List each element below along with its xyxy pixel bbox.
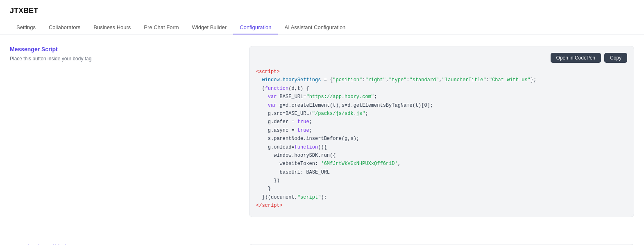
divider-1 (10, 232, 634, 232)
messenger-script-left: Messenger Script Place this button insid… (10, 46, 239, 62)
tab-business-hours[interactable]: Business Hours (87, 21, 137, 34)
user-identity-section: User Identity Validation With this key y… (10, 244, 634, 245)
app-title: JTXBET (10, 7, 634, 15)
messenger-script-right: Open in CodePen Copy <script> window.hoo… (249, 46, 634, 217)
messenger-script-section: Messenger Script Place this button insid… (10, 46, 634, 217)
tab-settings[interactable]: Settings (10, 21, 42, 34)
tab-ai-assistant[interactable]: AI Assistant Configuration (278, 21, 352, 34)
code-block-header: Open in CodePen Copy (256, 53, 627, 63)
code-content: <script> window.hoorySettings = {"positi… (256, 68, 627, 210)
open-codepen-button[interactable]: Open in CodePen (551, 53, 601, 63)
messenger-script-desc: Place this button inside your body tag (10, 55, 239, 62)
tab-pre-chat-form[interactable]: Pre Chat Form (137, 21, 185, 34)
token-field-row: Copy (249, 244, 634, 245)
user-identity-title: User Identity Validation (10, 244, 239, 245)
tab-configuration[interactable]: Configuration (233, 21, 278, 34)
main-content: Messenger Script Place this button insid… (0, 34, 644, 245)
app-header: JTXBET Settings Collaborators Business H… (0, 0, 644, 34)
user-identity-right: Copy (249, 244, 634, 245)
nav-tabs: Settings Collaborators Business Hours Pr… (10, 21, 634, 34)
tab-collaborators[interactable]: Collaborators (42, 21, 87, 34)
tab-widget-builder[interactable]: Widget Builder (186, 21, 234, 34)
copy-script-button[interactable]: Copy (604, 53, 627, 63)
user-identity-left: User Identity Validation With this key y… (10, 244, 239, 245)
code-block-container: Open in CodePen Copy <script> window.hoo… (249, 46, 634, 217)
messenger-script-title: Messenger Script (10, 46, 239, 53)
